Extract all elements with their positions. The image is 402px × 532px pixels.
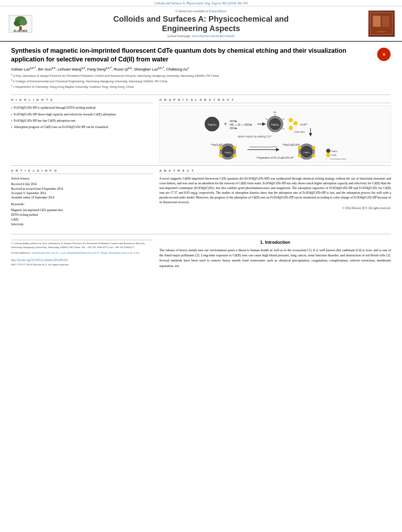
abstract-header: A B S T R A C T [159,169,391,174]
keywords-label: Keywords: [11,202,153,207]
abstract-text: A novel magnetic Cd(II)-imprinted fluore… [159,176,391,205]
contents-line: Contents lists available at ScienceDirec… [36,9,366,13]
available-date: Available online 19 September 2014 [11,195,153,200]
highlights-header: H I G H L I G H T S [11,98,153,103]
svg-point-41 [219,146,222,149]
svg-text:Fe₃O₄: Fe₃O₄ [271,123,279,126]
svg-text:+: + [224,120,227,127]
graphical-abstract-header: G R A P H I C A L A B S T R A C T [159,98,391,103]
svg-point-3 [19,19,27,26]
history-label: Article history: [11,176,153,181]
highlights-col: H I G H L I G H T S • Fe3O4@CdTe-IIP is … [11,98,153,162]
bullet-icon-3: • [11,119,12,123]
abstract-col: A B S T R A C T A novel magnetic Cd(II)-… [159,169,391,231]
crossmark-icon: ✕ [377,48,391,61]
svg-text:OCH₃: OCH₃ [230,120,237,122]
graphical-abstract-image: Fe₃O₄ + OCH₃ HS — Si — OCH₃ OCH₃ [159,106,391,162]
svg-text:Fe₃O₄: Fe₃O₄ [225,151,231,154]
journal-logo-right: ELSEVIER [366,10,397,37]
emails: luorubiao@126i.com (X. Luo), dengfang400… [32,251,140,254]
article-history: Article history: Received 4 July 2014 Re… [11,176,153,200]
introduction-text: The release of heavy metals into our env… [159,248,391,269]
svg-text:+Cd²⁺: +Cd²⁺ [300,123,308,126]
svg-point-52 [298,154,301,157]
svg-point-56 [326,153,330,157]
bullet-icon-2: • [11,113,12,117]
journal-logo-left: ELSEVIER [5,15,36,33]
svg-point-27 [289,118,293,122]
section-divider-2 [11,234,391,234]
elsevier-tree-icon: ELSEVIER [9,15,32,33]
svg-point-44 [233,154,236,157]
svg-point-28 [294,121,298,125]
highlights-list: • Fe3O4@CdTe-IIP is synthesized through … [11,106,153,130]
svg-line-25 [282,128,285,130]
article-title-section: Synthesis of magnetic ion-imprinted fluo… [11,46,391,91]
journal-topbar: Colloids and Surfaces A: Physicochem. En… [0,0,402,6]
highlights-graphical-row: H I G H L I G H T S • Fe3O4@CdTe-IIP is … [11,98,391,162]
corresponding-note: * Corresponding authors at: Key Laborato… [11,242,153,250]
issn-line: 0927-7757/© 2014 Elsevier B.V. All right… [11,263,153,267]
svg-point-53 [312,154,315,157]
svg-line-24 [282,119,285,120]
introduction-col: 1. Introduction The release of heavy met… [159,240,391,269]
doi-line: http://dx.doi.org/10.1016/j.colsurfa.201… [11,258,153,263]
svg-text:CdTe: CdTe [331,154,337,156]
keywords-section: Keywords: Magnetic ion imprinted CdTe qu… [11,202,153,227]
svg-text:defect repair by adding Cd²⁺: defect repair by adding Cd²⁺ [238,135,272,138]
highlight-item-4: • Adsorption progress of Cd(II) ions on … [11,125,153,130]
bullet-icon-1: • [11,106,12,110]
svg-text:SH: SH [273,111,276,113]
svg-text:chemical etching by EDTA: chemical etching by EDTA [249,146,277,148]
svg-rect-9 [382,16,389,27]
section-divider-1 [11,165,391,166]
svg-text:ELSEVIER: ELSEVIER [378,31,385,33]
svg-point-29 [289,126,293,130]
accepted-date: Accepted 11 September 2014 [11,191,153,195]
svg-text:OCH₃: OCH₃ [230,127,237,130]
article-title: Synthesis of magnetic ion-imprinted fluo… [11,46,373,63]
svg-text:ELSEVIER: ELSEVIER [13,30,27,32]
svg-line-26 [266,119,268,120]
bullet-icon-4: • [11,125,12,130]
highlight-item-2: • Fe3O4@CdTe-IIP shows high capacity and… [11,112,153,117]
graphical-abstract-col: G R A P H I C A L A B S T R A C T Fe₃O₄ … [159,98,391,162]
journal-header: ELSEVIER Contents lists available at Sci… [0,6,402,42]
publisher-logo-right: ELSEVIER [368,10,395,37]
svg-text:HS — Si — OCH₃: HS — Si — OCH₃ [230,123,252,126]
svg-point-58 [326,157,330,159]
sciencedirect-link[interactable]: ScienceDirect [209,9,227,13]
svg-text:Fe₃O₄: Fe₃O₄ [331,150,338,152]
article-title-wrapper: Synthesis of magnetic ion-imprinted fluo… [11,46,373,91]
authors-line: Xubiao Luoa,b,*, Bin Guoa,b, Lichuan Wan… [11,66,373,71]
doi-link[interactable]: http://dx.doi.org/10.1016/j.colsurfa.201… [11,258,68,262]
svg-text:Preparation of Fe₃O₄@CdTe-IIP: Preparation of Fe₃O₄@CdTe-IIP [257,156,294,159]
affil-c: c c Department of Chemistry, Hong Kong B… [11,84,373,89]
homepage-url[interactable]: www.elsevier.com/locate/colsurfa [192,34,234,38]
article-info-col: A R T I C L E I N F O Article history: R… [11,169,153,227]
svg-point-54 [326,149,330,153]
article-content: Synthesis of magnetic ion-imprinted fluo… [0,42,402,273]
highlight-item-3: • Fe3O4@CdTe-IIP has fast Cd(II) adsorpt… [11,119,153,123]
keyword-2: EDTA-etching method [11,213,153,217]
svg-text:imprinted sites: imprinted sites [331,158,346,159]
keyword-4: Selectivity [11,222,153,227]
svg-point-43 [219,154,222,157]
graphical-abstract-svg-wrapper: Fe₃O₄ + OCH₃ HS — Si — OCH₃ OCH₃ [162,108,388,159]
affil-b: b b College of Environmental and Chemica… [11,78,373,83]
svg-point-51 [312,146,315,149]
affiliations: a a Key Laboratory of Jiangxi Province f… [11,73,373,89]
journal-header-center: Contents lists available at ScienceDirec… [36,9,366,38]
svg-point-50 [298,146,301,149]
svg-text:CdTe QDs: CdTe QDs [294,131,305,133]
affil-a: a a Key Laboratory of Jiangxi Province f… [11,73,373,78]
intro-section-title: 1. Introduction [159,240,391,245]
introduction-section: * Corresponding authors at: Key Laborato… [11,240,391,269]
journal-title: Colloids and Surfaces A: Physicochemical… [36,14,366,33]
received-date: Received 4 July 2014 [11,182,153,186]
revised-date: Received in revised form 9 September 201… [11,187,153,191]
title-divider [11,95,391,95]
crossmark-badge-container: ✕ [377,47,391,61]
email-line: E-mail addresses: luorubiao@126i.com (X.… [11,251,153,255]
abstract-copyright: © 2014 Elsevier B.V. All rights reserved… [159,206,391,210]
